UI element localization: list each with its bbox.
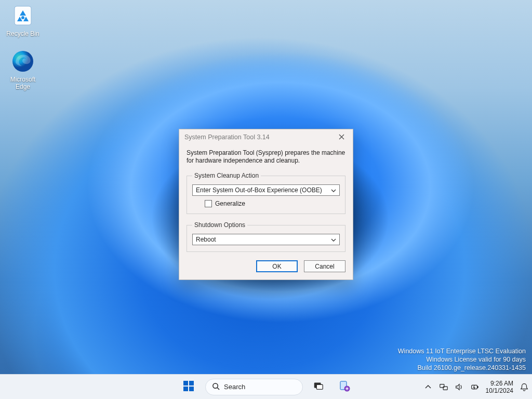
tray-overflow-button[interactable] xyxy=(423,382,433,392)
generalize-checkbox[interactable] xyxy=(205,200,212,207)
shutdown-option-select[interactable]: Reboot xyxy=(192,234,340,245)
svg-rect-6 xyxy=(189,387,194,391)
taskbar: Search xyxy=(0,374,532,399)
task-view-icon xyxy=(313,380,324,394)
generalize-label: Generalize xyxy=(215,200,245,207)
ok-button[interactable]: OK xyxy=(256,260,298,272)
tray-time: 9:26 AM xyxy=(486,380,513,387)
svg-rect-10 xyxy=(316,384,323,389)
close-button[interactable] xyxy=(334,131,349,143)
network-icon[interactable] xyxy=(439,382,448,392)
svg-line-8 xyxy=(217,388,219,390)
taskbar-app-sysprep[interactable] xyxy=(334,377,355,397)
cancel-button[interactable]: Cancel xyxy=(304,260,345,272)
group-label: Shutdown Options xyxy=(192,221,247,229)
search-placeholder: Search xyxy=(224,383,245,391)
notifications-button[interactable] xyxy=(520,382,529,392)
tray-clock[interactable]: 9:26 AM 10/1/2024 xyxy=(486,380,513,394)
tray-date: 10/1/2024 xyxy=(486,387,513,394)
volume-icon[interactable] xyxy=(455,382,464,392)
group-label: System Cleanup Action xyxy=(192,172,261,179)
sysprep-app-icon xyxy=(338,380,351,394)
svg-point-7 xyxy=(213,383,218,388)
desktop-icon-edge[interactable]: Microsoft Edge xyxy=(3,49,43,90)
sysprep-dialog: System Preparation Tool 3.14 System Prep… xyxy=(179,129,353,280)
group-system-cleanup: System Cleanup Action Enter System Out-o… xyxy=(187,172,345,214)
recycle-bin-icon xyxy=(10,3,35,28)
cleanup-action-select[interactable]: Enter System Out-of-Box Experience (OOBE… xyxy=(192,184,340,196)
svg-point-1 xyxy=(21,16,24,19)
taskbar-search[interactable]: Search xyxy=(205,377,303,397)
desktop-icon-label: Recycle Bin xyxy=(3,30,43,37)
svg-point-13 xyxy=(346,388,348,389)
svg-rect-4 xyxy=(189,381,194,385)
close-icon xyxy=(339,133,344,141)
dialog-titlebar[interactable]: System Preparation Tool 3.14 xyxy=(179,129,353,145)
desktop-icon-recycle-bin[interactable]: Recycle Bin xyxy=(3,3,43,37)
svg-rect-3 xyxy=(183,381,188,385)
desktop-watermark: Windows 11 IoT Enterprise LTSC Evaluatio… xyxy=(398,347,526,372)
desktop-icon-label: Microsoft Edge xyxy=(3,76,43,90)
power-icon[interactable] xyxy=(470,382,480,392)
chevron-down-icon xyxy=(331,187,336,193)
system-tray: 9:26 AM 10/1/2024 xyxy=(423,375,529,399)
chevron-down-icon xyxy=(331,236,336,243)
taskbar-app-taskview[interactable] xyxy=(308,377,329,397)
select-value: Enter System Out-of-Box Experience (OOBE… xyxy=(196,187,322,194)
svg-rect-5 xyxy=(183,387,188,391)
windows-logo-icon xyxy=(182,380,195,394)
start-button[interactable] xyxy=(177,377,200,397)
dialog-intro-text: System Preparation Tool (Sysprep) prepar… xyxy=(187,149,345,165)
group-shutdown-options: Shutdown Options Reboot xyxy=(187,221,345,252)
svg-rect-17 xyxy=(477,386,478,388)
edge-icon xyxy=(10,49,35,74)
select-value: Reboot xyxy=(196,236,216,243)
dialog-title: System Preparation Tool 3.14 xyxy=(184,134,270,141)
search-icon xyxy=(212,382,220,392)
